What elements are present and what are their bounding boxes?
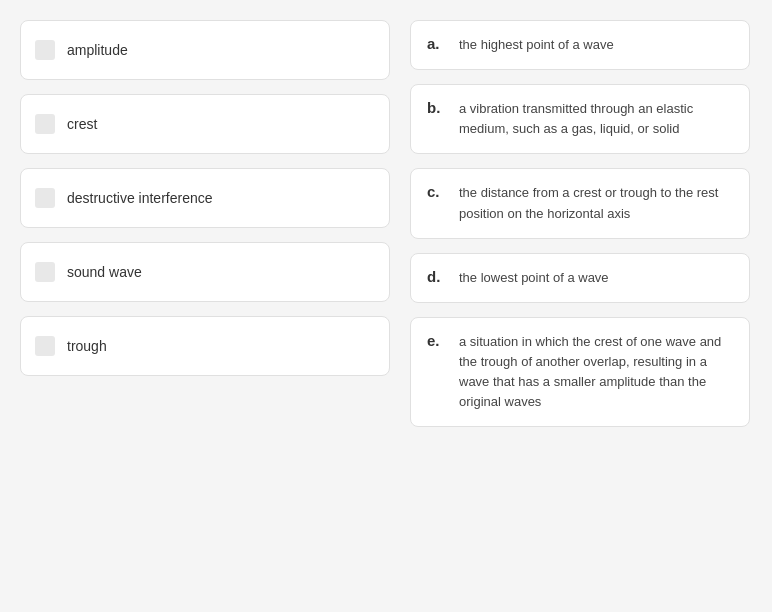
matching-exercise: amplitudecrestdestructive interferenceso…	[20, 20, 752, 427]
definition-card-c: c.the distance from a crest or trough to…	[410, 168, 750, 238]
definition-text: a vibration transmitted through an elast…	[459, 99, 733, 139]
definition-letter: e.	[427, 332, 445, 349]
definition-text: the distance from a crest or trough to t…	[459, 183, 733, 223]
term-label: crest	[67, 116, 97, 132]
definition-card-e: e.a situation in which the crest of one …	[410, 317, 750, 428]
term-card-crest[interactable]: crest	[20, 94, 390, 154]
term-label: sound wave	[67, 264, 142, 280]
term-label: destructive interference	[67, 190, 213, 206]
definition-letter: c.	[427, 183, 445, 200]
term-card-amplitude[interactable]: amplitude	[20, 20, 390, 80]
term-card-trough[interactable]: trough	[20, 316, 390, 376]
definition-text: the highest point of a wave	[459, 35, 614, 55]
definitions-column: a.the highest point of a waveb.a vibrati…	[410, 20, 750, 427]
definition-card-a: a.the highest point of a wave	[410, 20, 750, 70]
definition-text: the lowest point of a wave	[459, 268, 609, 288]
definition-letter: b.	[427, 99, 445, 116]
drag-handle-icon	[35, 336, 55, 356]
definition-card-d: d.the lowest point of a wave	[410, 253, 750, 303]
definition-text: a situation in which the crest of one wa…	[459, 332, 733, 413]
drag-handle-icon	[35, 188, 55, 208]
term-label: amplitude	[67, 42, 128, 58]
definition-letter: a.	[427, 35, 445, 52]
definition-letter: d.	[427, 268, 445, 285]
term-card-sound-wave[interactable]: sound wave	[20, 242, 390, 302]
drag-handle-icon	[35, 40, 55, 60]
drag-handle-icon	[35, 114, 55, 134]
term-label: trough	[67, 338, 107, 354]
definition-card-b: b.a vibration transmitted through an ela…	[410, 84, 750, 154]
drag-handle-icon	[35, 262, 55, 282]
terms-column: amplitudecrestdestructive interferenceso…	[20, 20, 390, 427]
term-card-destructive-interference[interactable]: destructive interference	[20, 168, 390, 228]
